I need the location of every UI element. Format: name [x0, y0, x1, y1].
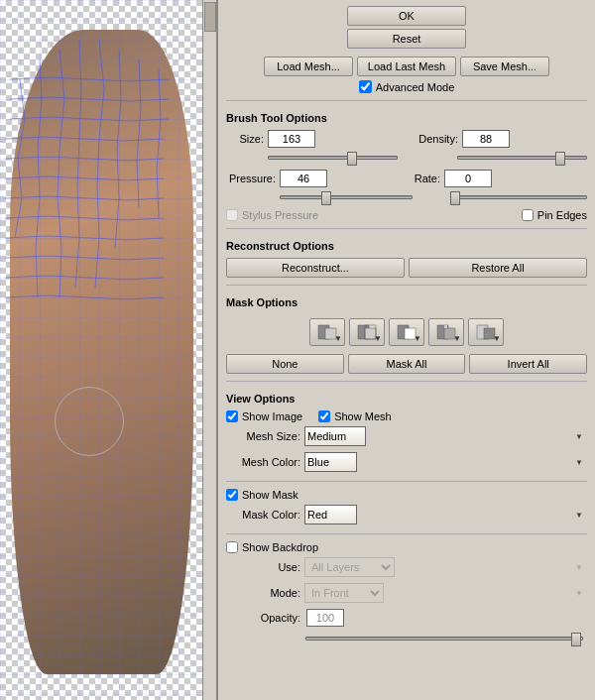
pin-edges-row: Pin Edges: [522, 209, 587, 221]
brush-tool-circle: [55, 387, 124, 456]
stylus-pressure-checkbox[interactable]: [226, 209, 238, 221]
mode-label: Mode:: [226, 587, 300, 599]
mask-all-button[interactable]: Mask All: [348, 354, 466, 374]
mask-icon-3-arrow: ▼: [414, 334, 421, 343]
advanced-mode-row: Advanced Mode: [226, 80, 587, 93]
mask-icon-btn-1[interactable]: ▼: [309, 318, 345, 346]
mode-select[interactable]: In Front: [304, 583, 384, 603]
save-mesh-button[interactable]: Save Mesh...: [460, 57, 549, 76]
mask-color-label: Mask Color:: [226, 509, 300, 521]
mesh-color-select-wrapper: Blue Red Green Gray: [304, 452, 587, 472]
rate-slider-track[interactable]: [454, 195, 587, 199]
mesh-size-row: Mesh Size: Medium Small Large: [226, 426, 587, 446]
show-mesh-label: Show Mesh: [334, 410, 391, 422]
scrollbar-thumb[interactable]: [204, 2, 216, 32]
advanced-mode-label: Advanced Mode: [376, 81, 455, 93]
mask-color-row: Mask Color: Red Green Blue Gray: [226, 505, 587, 525]
brush-tool-section-label: Brush Tool Options: [226, 112, 587, 124]
mask-icon-2-arrow: ▼: [374, 334, 382, 343]
show-backdrop-label: Show Backdrop: [242, 541, 318, 553]
show-mask-checkbox[interactable]: [226, 489, 238, 501]
mesh-color-select[interactable]: Blue Red Green Gray: [304, 452, 357, 472]
opacity-row: Opacity:: [226, 609, 587, 627]
size-input[interactable]: [268, 130, 315, 148]
mask-options-section-label: Mask Options: [226, 296, 587, 308]
right-panel: OK Reset Load Mesh... Load Last Mesh Sav…: [216, 0, 595, 700]
opacity-label: Opacity:: [226, 612, 300, 624]
mesh-color-label: Mesh Color:: [226, 456, 300, 468]
divider-4: [226, 381, 587, 382]
reconstruct-buttons-row: Reconstruct... Restore All: [226, 258, 587, 278]
mode-select-wrapper: In Front: [304, 583, 587, 603]
density-slider-track[interactable]: [457, 156, 587, 160]
show-backdrop-row: Show Backdrop: [226, 541, 587, 553]
show-image-label: Show Image: [242, 410, 302, 422]
use-label: Use:: [226, 561, 300, 573]
view-options-section-label: View Options: [226, 393, 587, 405]
size-label: Size:: [226, 133, 264, 145]
show-checkboxes-row: Show Image Show Mesh: [226, 410, 587, 422]
mask-icons-row: ▼ ▼ ▼ ▼: [226, 318, 587, 346]
size-slider-thumb[interactable]: [347, 152, 357, 166]
show-mask-label: Show Mask: [242, 489, 298, 501]
divider-1: [226, 100, 587, 101]
opacity-slider-track[interactable]: [305, 637, 583, 641]
mesh-overlay: [0, 0, 198, 700]
none-button[interactable]: None: [226, 354, 344, 374]
use-select-wrapper: All Layers: [304, 557, 587, 577]
show-mesh-row: Show Mesh: [318, 410, 391, 422]
use-row: Use: All Layers: [226, 557, 587, 577]
density-label: Density:: [411, 133, 458, 145]
reconstruct-section-label: Reconstruct Options: [226, 240, 587, 252]
mask-icon-1-arrow: ▼: [334, 334, 342, 343]
mask-color-select[interactable]: Red Green Blue Gray: [304, 505, 357, 525]
divider-2: [226, 228, 587, 229]
load-mesh-button[interactable]: Load Mesh...: [264, 57, 353, 76]
show-mask-row: Show Mask: [226, 489, 587, 501]
density-input[interactable]: [462, 130, 510, 148]
load-last-mesh-button[interactable]: Load Last Mesh: [357, 57, 456, 76]
rate-label: Rate:: [411, 173, 440, 184]
mesh-size-label: Mesh Size:: [226, 430, 300, 442]
show-image-checkbox[interactable]: [226, 410, 238, 422]
restore-all-button[interactable]: Restore All: [409, 258, 587, 278]
reconstruct-button[interactable]: Reconstruct...: [226, 258, 405, 278]
show-backdrop-checkbox[interactable]: [226, 541, 238, 553]
reset-button[interactable]: Reset: [347, 29, 466, 49]
pin-edges-checkbox[interactable]: [522, 209, 534, 221]
mask-icon-5-arrow: ▼: [493, 334, 501, 343]
show-image-row: Show Image: [226, 410, 302, 422]
density-slider-thumb[interactable]: [555, 152, 565, 166]
ok-button[interactable]: OK: [347, 6, 466, 26]
pressure-slider-thumb[interactable]: [321, 191, 331, 205]
divider-6: [226, 533, 587, 534]
stylus-pressure-label: Stylus Pressure: [242, 209, 318, 221]
advanced-mode-checkbox[interactable]: [359, 80, 372, 93]
stylus-pressure-row: Stylus Pressure: [226, 209, 318, 221]
rate-slider-thumb[interactable]: [450, 191, 460, 205]
opacity-input[interactable]: [306, 609, 344, 627]
mask-icon-btn-3[interactable]: ▼: [389, 318, 424, 346]
canvas-scrollbar[interactable]: [202, 0, 216, 700]
pressure-slider-track[interactable]: [280, 195, 413, 199]
divider-5: [226, 481, 587, 482]
pressure-input[interactable]: [280, 170, 327, 187]
size-slider-track[interactable]: [268, 156, 398, 160]
show-mesh-checkbox[interactable]: [318, 410, 330, 422]
mask-icon-4-arrow: ▼: [453, 334, 461, 343]
pressure-label: Pressure:: [226, 173, 276, 184]
svg-rect-0: [0, 0, 198, 700]
invert-all-button[interactable]: Invert All: [469, 354, 587, 374]
mask-icon-btn-4[interactable]: ▼: [428, 318, 464, 346]
divider-3: [226, 285, 587, 286]
mask-icon-btn-5[interactable]: ▼: [468, 318, 504, 346]
canvas-area: [0, 0, 216, 700]
use-select[interactable]: All Layers: [304, 557, 395, 577]
mask-action-buttons-row: None Mask All Invert All: [226, 354, 587, 374]
rate-input[interactable]: [444, 170, 492, 187]
mode-row: Mode: In Front: [226, 583, 587, 603]
mesh-size-select[interactable]: Medium Small Large: [304, 426, 366, 446]
opacity-slider-thumb[interactable]: [571, 633, 581, 646]
mask-icon-btn-2[interactable]: ▼: [349, 318, 385, 346]
mesh-color-row: Mesh Color: Blue Red Green Gray: [226, 452, 587, 472]
